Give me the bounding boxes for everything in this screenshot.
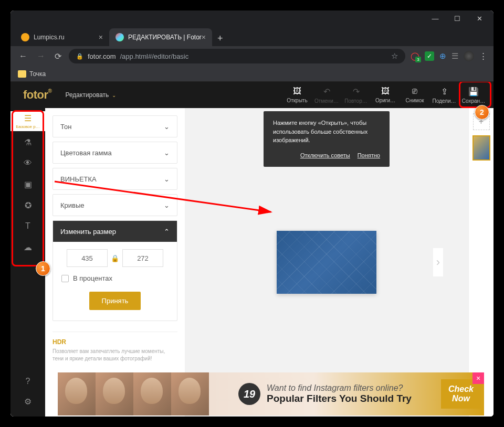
page-viewport: fotor® Редактировать ⌄ 🖼 Открыть ↶ Отмен… — [10, 82, 494, 417]
snapshot-action[interactable]: ⎚ Снимок — [400, 82, 429, 108]
hdr-desc: Позволяет вам запечатлеть лучшие моменты… — [52, 348, 177, 362]
extension-icons: ◯ ✓ ⊕ ☰ ⋮ — [411, 51, 487, 61]
rail-effects[interactable]: ⚗ — [10, 132, 45, 152]
window-maximize-button[interactable]: ☐ — [446, 11, 468, 26]
save-action[interactable]: 💾 Сохран… — [459, 82, 488, 108]
aspect-lock-icon[interactable]: 🔒 — [111, 254, 119, 262]
tooltip-ok-link[interactable]: Понятно — [358, 151, 380, 160]
mode-select[interactable]: Редактировать ⌄ — [59, 91, 122, 99]
tab-favicon — [21, 33, 29, 41]
browser-address-bar: ← → ⟳ 🔒 fotor.com/app.html#/editor/basic… — [10, 46, 494, 66]
reading-list-icon[interactable]: ☰ — [452, 51, 458, 61]
rail-frames[interactable]: ▣ — [10, 174, 45, 194]
text-icon: T — [25, 221, 30, 231]
ad-banner[interactable]: 19 Want to find Instagram filters online… — [58, 372, 484, 415]
ad-line2: Popular Filters You Should Try — [267, 393, 412, 405]
tab-favicon — [116, 33, 124, 41]
rail-beauty[interactable]: 👁 — [10, 153, 45, 173]
cloud-icon: ☁ — [24, 242, 32, 252]
help-icon: ? — [26, 377, 30, 386]
canvas-area[interactable]: Нажмите кнопку «Открыть», чтобы использо… — [185, 108, 468, 417]
chevron-down-icon: ⌄ — [164, 149, 170, 157]
ad-image — [171, 372, 209, 415]
rail-help[interactable]: ? — [24, 371, 32, 391]
annotation-badge-1: 1 — [36, 261, 50, 276]
lock-icon: 🔒 — [76, 53, 83, 60]
window-titlebar: ― ☐ ✕ — [10, 10, 494, 26]
new-tab-button[interactable]: + — [212, 31, 228, 46]
chevron-up-icon: ⌃ — [164, 228, 170, 236]
url-input[interactable]: 🔒 fotor.com/app.html#/editor/basic ☆ — [69, 49, 405, 63]
checkbox-icon — [61, 275, 69, 282]
nav-back-button[interactable]: ← — [17, 51, 29, 61]
star-icon: ✪ — [25, 200, 32, 210]
accordion-curves[interactable]: Кривые⌄ — [52, 194, 177, 216]
undo-action[interactable]: ↶ Отмени… — [312, 82, 341, 108]
browser-tab-strip: Lumpics.ru × РЕДАКТИРОВАТЬ | Fotor × + — [10, 26, 494, 46]
gear-icon: ⚙ — [24, 397, 32, 407]
width-input[interactable]: 435 — [67, 249, 108, 267]
window-close-button[interactable]: ✕ — [468, 11, 490, 26]
image-preview[interactable] — [277, 231, 376, 294]
nav-forward-button[interactable]: → — [35, 51, 47, 61]
accordion-color[interactable]: Цветовая гамма⌄ — [52, 142, 177, 164]
sliders-icon: ☰ — [24, 113, 32, 123]
window-minimize-button[interactable]: ― — [424, 11, 446, 26]
url-path: /app.html#/editor/basic — [120, 52, 188, 60]
original-action[interactable]: 🖼 Ориги… — [371, 82, 400, 108]
ad-number: 19 — [238, 383, 260, 405]
rail-cloud[interactable]: ☁ — [10, 237, 45, 257]
rail-text[interactable]: T — [10, 216, 45, 236]
rail-settings[interactable]: ⚙ — [24, 391, 32, 411]
rail-stickers[interactable]: ✪ — [10, 195, 45, 215]
tab-close-icon[interactable]: × — [202, 33, 206, 41]
thumbnail-item[interactable] — [472, 135, 490, 161]
browser-tab[interactable]: Lumpics.ru × — [15, 28, 109, 46]
chevron-down-icon: ⌄ — [112, 92, 116, 98]
tool-rail: ☰ Базовое р… ⚗ 👁 ▣ ✪ T ☁ ? ⚙ 1 — [10, 108, 45, 417]
height-input[interactable]: 272 — [122, 249, 163, 267]
extension-icon[interactable]: ◯ — [411, 51, 419, 61]
rail-basic-adjust[interactable]: ☰ Базовое р… — [10, 111, 45, 131]
apply-button[interactable]: Принять — [89, 292, 141, 310]
image-icon: 🖼 — [381, 87, 390, 96]
app-body: ☰ Базовое р… ⚗ 👁 ▣ ✪ T ☁ ? ⚙ 1 Тон⌄ — [10, 108, 494, 417]
bookmark-star-icon[interactable]: ☆ — [391, 51, 398, 61]
url-host: fotor.com — [88, 52, 116, 60]
bookmark-item[interactable]: Точка — [29, 70, 46, 78]
resize-body: 435 🔒 272 В процентах Принять — [53, 242, 177, 321]
browser-menu-icon[interactable]: ⋮ — [479, 51, 487, 61]
extension-icon[interactable]: ✓ — [425, 51, 434, 61]
ad-text: 19 Want to find Instagram filters online… — [209, 383, 441, 405]
accordion-tone[interactable]: Тон⌄ — [52, 115, 177, 137]
nav-reload-button[interactable]: ⟳ — [52, 51, 64, 61]
eye-icon: 👁 — [24, 158, 32, 168]
next-image-chevron[interactable]: › — [433, 248, 443, 276]
accordion-vignette[interactable]: ВИНЬЕТКА⌄ — [52, 168, 177, 190]
accordion-resize-header[interactable]: Изменить размер ⌃ — [53, 221, 177, 242]
flask-icon: ⚗ — [24, 137, 32, 147]
folder-icon — [18, 70, 26, 78]
profile-avatar[interactable] — [464, 51, 474, 61]
share-action[interactable]: ⇪ Подели… — [429, 82, 459, 108]
tab-title: РЕДАКТИРОВАТЬ | Fotor — [128, 34, 202, 41]
chevron-down-icon: ⌄ — [164, 123, 170, 131]
tooltip-disable-link[interactable]: Отключить советы — [300, 151, 350, 160]
redo-action[interactable]: ↷ Повтор… — [341, 82, 371, 108]
accordion-resize: Изменить размер ⌃ 435 🔒 272 В процентах — [52, 220, 177, 321]
extension-icon[interactable]: ⊕ — [439, 51, 446, 61]
ad-image — [58, 372, 96, 415]
tab-title: Lumpics.ru — [34, 34, 65, 41]
percent-checkbox-row[interactable]: В процентах — [61, 274, 169, 282]
hdr-promo[interactable]: HDR Позволяет вам запечатлеть лучшие мом… — [52, 332, 177, 362]
tooltip-text: Нажмите кнопку «Открыть», чтобы использо… — [273, 119, 380, 145]
tab-close-icon[interactable]: × — [99, 33, 103, 41]
ad-image — [133, 372, 171, 415]
open-action[interactable]: 🖼 Открыть — [282, 82, 312, 108]
browser-tab-active[interactable]: РЕДАКТИРОВАТЬ | Fotor × — [109, 28, 212, 46]
app-logo[interactable]: fotor® — [16, 88, 59, 102]
image-plus-icon: 🖼 — [293, 87, 301, 96]
ad-close-button[interactable]: × — [472, 372, 484, 384]
annotation-badge-2: 2 — [475, 105, 489, 120]
hdr-title: HDR — [52, 338, 177, 346]
